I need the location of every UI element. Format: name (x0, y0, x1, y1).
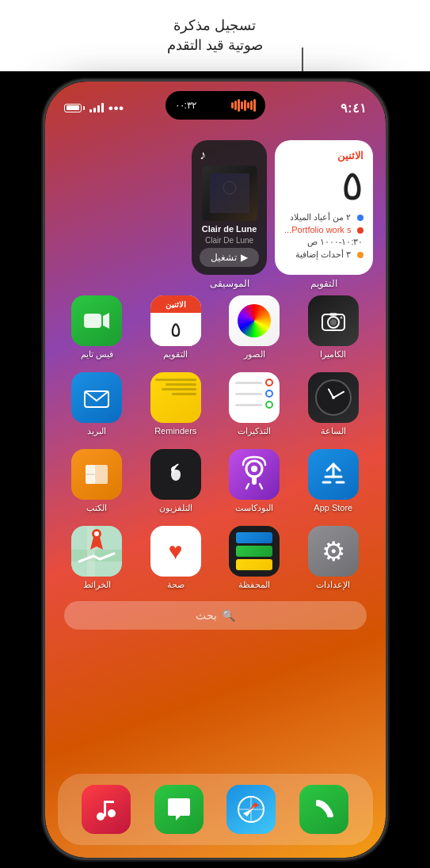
signal-bar-3 (97, 105, 100, 112)
appstore-label: App Store (314, 503, 352, 512)
status-time: ٩:٤١ (341, 101, 366, 116)
calendar-icon: الاثنين ٥ (150, 295, 201, 346)
notes-icon (150, 372, 201, 423)
notes-line-3 (162, 388, 196, 390)
app-camera[interactable]: الكاميرا (297, 295, 370, 360)
app-settings[interactable]: ⚙ الإعدادات (297, 526, 370, 590)
dock-messages-icon (154, 785, 204, 834)
waveform (231, 99, 256, 112)
app-health[interactable]: ♥ صحة (139, 526, 212, 590)
reminder-row-3 (235, 401, 273, 409)
dock-messages-svg (165, 795, 193, 824)
svg-rect-1 (210, 173, 249, 213)
music-widget-container: ♪ (192, 140, 267, 289)
svg-point-34 (97, 813, 105, 820)
reminder-line-1 (235, 382, 262, 384)
cal-icon-header: الاثنين (150, 295, 201, 313)
app-appstore[interactable]: App Store (297, 449, 370, 513)
music-widget[interactable]: ♪ (192, 140, 267, 275)
tv-icon (150, 449, 201, 500)
battery-icon (64, 104, 85, 112)
dock-music-svg (93, 796, 120, 823)
clock-face (315, 379, 352, 416)
signal-bar-1 (89, 109, 92, 112)
dock-phone[interactable] (299, 785, 348, 834)
app-clock[interactable]: الساعة (297, 372, 370, 436)
album-svg (210, 173, 249, 213)
dock-music[interactable] (82, 785, 131, 834)
svg-rect-27 (93, 465, 108, 484)
books-label: الكتب (86, 503, 107, 513)
calendar-event-4: ٣ أحداث إضافية (284, 249, 363, 260)
search-bar[interactable]: 🔍 بحث (64, 601, 367, 630)
facetime-svg (82, 306, 111, 335)
music-play-button[interactable]: ▶ تشغيل (200, 248, 259, 267)
wallet-inner (229, 526, 280, 577)
books-icon (71, 449, 122, 500)
reminder-line-3 (235, 404, 262, 406)
calendar-event-1: ٢ من أعياد الميلاد (284, 212, 363, 223)
notes-line-1 (155, 379, 196, 381)
appstore-inner (308, 449, 359, 500)
svg-rect-37 (104, 801, 114, 803)
photos-wheel (238, 304, 271, 337)
app-calendar[interactable]: الاثنين ٥ التقويم (139, 295, 212, 360)
svg-point-6 (330, 319, 337, 326)
reminder-dot-1 (265, 379, 273, 386)
dock-messages[interactable] (154, 785, 204, 834)
health-icon: ♥ (150, 526, 201, 577)
dock (58, 774, 373, 845)
calendar-label: التقويم (163, 349, 188, 360)
music-note-icon: ♪ (200, 148, 206, 162)
podcasts-label: البودكاست (235, 503, 273, 513)
signal-bars (89, 103, 104, 112)
maps-label: الخرائط (83, 580, 111, 590)
app-notes[interactable]: Reminders (139, 372, 212, 436)
app-maps[interactable]: الخرائط (61, 526, 134, 590)
camera-icon (308, 295, 359, 346)
app-podcasts[interactable]: البودكاست (219, 449, 291, 513)
signal-bar-2 (93, 108, 96, 112)
svg-rect-10 (84, 314, 101, 328)
mail-label: البريد (87, 426, 106, 436)
app-mail[interactable]: البريد (61, 372, 134, 436)
app-photos[interactable]: الصور (219, 295, 291, 360)
phone-frame: ٠٠:٣٢ (45, 82, 386, 858)
calendar-widget[interactable]: الاثنين ٥ ٢ من أعياد الميلاد Portfolio w… (275, 140, 372, 275)
calendar-icon-inner: الاثنين ٥ (150, 295, 201, 346)
reminder-row-2 (235, 390, 273, 398)
app-reminders[interactable]: التذكيرات (219, 372, 291, 436)
widgets-row: الاثنين ٥ ٢ من أعياد الميلاد Portfolio w… (58, 140, 373, 289)
app-tv[interactable]: التلفزيون (139, 449, 212, 513)
settings-gear-icon: ⚙ (322, 535, 345, 567)
calendar-event-2: Portfolio work s... (284, 225, 363, 234)
svg-point-8 (340, 317, 342, 319)
dock-safari[interactable] (226, 785, 276, 834)
svg-marker-11 (103, 313, 109, 329)
app-wallet[interactable]: المحفظة (219, 526, 291, 590)
photos-label: الصور (244, 349, 265, 360)
podcasts-svg (229, 449, 280, 500)
settings-label: الإعدادات (316, 580, 350, 590)
battery-tip (83, 106, 85, 110)
podcasts-icon (229, 449, 280, 500)
reminder-dot-2 (265, 390, 273, 398)
tv-label: التلفزيون (159, 503, 192, 513)
maps-icon (71, 526, 122, 577)
clock-center-dot (332, 396, 335, 399)
facetime-label: فيس تايم (81, 349, 113, 360)
wave-bar-6 (247, 102, 249, 108)
dock-phone-svg (311, 797, 337, 822)
app-facetime[interactable]: فيس تايم (61, 295, 134, 360)
podcasts-inner (229, 449, 280, 500)
dock-phone-icon (299, 785, 348, 834)
app-books[interactable]: الكتب (61, 449, 134, 513)
reminders-inner (229, 372, 280, 423)
reminder-row-1 (235, 379, 273, 386)
status-left: ●●● (64, 103, 124, 112)
appstore-icon (308, 449, 359, 500)
reminder-dot-3 (265, 401, 273, 409)
camera-label: الكاميرا (320, 349, 346, 360)
annotation: تسجيل مذكرة صوتية قيد التقدم (0, 0, 430, 71)
wave-bar-4 (241, 101, 243, 109)
